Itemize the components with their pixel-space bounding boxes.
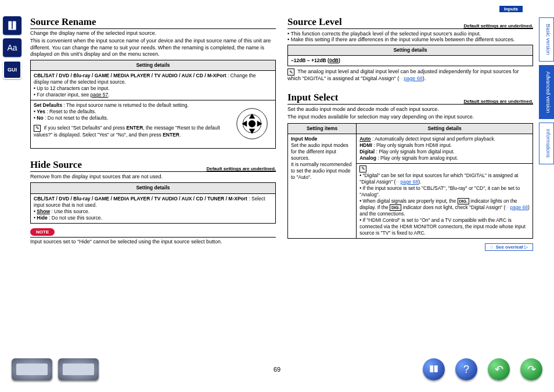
- glossary-icon[interactable]: Aa: [3, 38, 21, 57]
- svg-point-6: [249, 120, 256, 127]
- see-overleaf-link[interactable]: ☞ See overleaf: [485, 243, 533, 251]
- is-th-details: Setting details: [357, 123, 533, 134]
- is-inputmode: Input Mode: [291, 136, 317, 142]
- sl-defnote: Default settings are underlined.: [463, 23, 533, 28]
- page68-link-2[interactable]: page 68: [400, 179, 418, 185]
- source-rename-section: Source Rename Change the display name of…: [30, 16, 276, 149]
- device-front-button[interactable]: [12, 358, 52, 380]
- svg-marker-4: [242, 121, 247, 127]
- sl-tip: The analog input level and digital input…: [287, 69, 519, 81]
- svg-marker-3: [249, 129, 256, 134]
- hs-table: Setting details CBL/SAT / DVD / Blu-ray …: [30, 182, 276, 223]
- page-number: 69: [274, 366, 280, 373]
- input-select-title: Input Select: [287, 92, 338, 104]
- sl-b1: This function corrects the playback leve…: [291, 31, 481, 37]
- page68-link[interactable]: page 68: [404, 75, 423, 81]
- is-n2: If the input source is set to "CBL/SAT",…: [359, 185, 520, 197]
- nav-prev-icon[interactable]: ↶: [488, 358, 510, 380]
- sr-r1c: Up to 12 characters can be input.: [37, 85, 109, 91]
- sr-th: Setting details: [31, 60, 276, 71]
- sr-no-t: : Do not reset to the defaults.: [44, 115, 109, 121]
- svg-marker-5: [257, 121, 262, 127]
- pencil-icon: ✎: [359, 166, 366, 172]
- gui-icon[interactable]: GUI: [3, 60, 21, 79]
- hs-th: Setting details: [31, 183, 276, 193]
- is-digital-t: : Play only signals from digital input.: [375, 149, 454, 154]
- note-pill: NOTE: [30, 228, 55, 236]
- is-n4: If "HDMI Control" is set to "On" and a T…: [359, 217, 526, 236]
- nav-next-icon[interactable]: ↷: [520, 358, 542, 380]
- source-rename-title: Source Rename: [30, 16, 276, 29]
- sl-b2: Make this setting if there are differenc…: [291, 37, 515, 42]
- tab-basic[interactable]: Basic version: [539, 17, 554, 62]
- source-level-section: Source Level Default settings are underl…: [287, 16, 533, 81]
- is-n1: "Digital" can be set for input sources f…: [359, 172, 518, 185]
- tab-info[interactable]: Informations: [539, 123, 554, 164]
- left-column: Source Rename Change the display name of…: [30, 16, 276, 386]
- is-left-desc: Set the audio input modes for the differ…: [291, 142, 351, 180]
- is-intro1: Set the audio input mode and decode mode…: [287, 106, 533, 113]
- hs-note: Input sources set to "Hide" cannot be se…: [30, 237, 276, 245]
- nav-help-icon[interactable]: ?: [455, 358, 477, 380]
- hide-source-section: Hide Source Default settings are underli…: [30, 159, 276, 245]
- is-intro2: The input modes available for selection …: [287, 114, 533, 120]
- sr-r1d: For character input, see: [37, 92, 90, 98]
- tab-advanced[interactable]: Advanced version: [539, 65, 554, 120]
- left-icon-rail: Aa GUI: [0, 0, 24, 392]
- is-defnote: Default settings are underlined.: [463, 99, 533, 104]
- is-hdmi-t: : Play only signals from HDMI input.: [372, 142, 452, 148]
- sr-no: No: [37, 115, 43, 121]
- is-digital: Digital: [359, 149, 375, 154]
- sl-table: Setting details –12dB – +12dB (0dB): [287, 45, 533, 66]
- sr-r2b: : The input source name is returned to t…: [62, 102, 189, 108]
- pencil-icon: ✎: [34, 125, 41, 132]
- hs-show: Show: [37, 208, 50, 214]
- sr-tip: If you select "Set Defaults" and press E…: [34, 125, 220, 138]
- right-tabs: Basic version Advanced version Informati…: [539, 0, 554, 392]
- sl-th: Setting details: [288, 45, 533, 56]
- is-hdmi: HDMI: [359, 142, 372, 148]
- hs-defnote: Default settings are underlined.: [206, 166, 276, 171]
- hs-intro: Remove from the display input sources th…: [30, 174, 276, 180]
- is-analog-t: : Play only signals from analog input.: [376, 155, 458, 161]
- is-analog: Analog: [359, 155, 376, 161]
- hs-hide-t: : Do not use this source.: [48, 215, 102, 221]
- svg-marker-2: [249, 114, 256, 119]
- input-select-section: Input Select Default settings are underl…: [287, 92, 533, 239]
- sr-intro1: Change the display name of the selected …: [30, 30, 276, 37]
- sr-setdef: Set Defaults: [34, 102, 62, 108]
- is-table: Setting items Setting details Input Mode…: [287, 123, 533, 239]
- hs-hide: Hide: [37, 215, 47, 221]
- sr-intro2: This is convenient when the input source…: [30, 38, 276, 57]
- hs-sources: CBL/SAT / DVD / Blu-ray / GAME / MEDIA P…: [34, 196, 247, 202]
- header-section: Inputs: [499, 6, 523, 12]
- source-level-title: Source Level: [287, 16, 342, 28]
- page57-link[interactable]: page 57: [90, 92, 108, 98]
- hide-source-title: Hide Source: [30, 159, 82, 171]
- pencil-icon: ✎: [287, 69, 294, 75]
- is-n3: When digital signals are properly input,…: [359, 198, 530, 217]
- is-th-items: Setting items: [288, 123, 357, 134]
- device-rear-button[interactable]: [58, 358, 99, 380]
- sr-yes-t: : Reset to the defaults.: [45, 109, 96, 114]
- sr-table: Setting details CBL/SAT / DVD / Blu-ray …: [30, 60, 276, 149]
- book-icon[interactable]: [3, 16, 21, 35]
- is-auto-t: : Automatically detect input signal and …: [371, 136, 496, 142]
- dial-icon: [232, 103, 272, 144]
- is-auto: Auto: [359, 136, 370, 142]
- nav-book-icon[interactable]: [423, 358, 445, 380]
- sr-sources: CBL/SAT / DVD / Blu-ray / GAME / MEDIA P…: [34, 73, 226, 78]
- hs-show-t: : Use this source.: [50, 208, 89, 214]
- sr-yes: Yes: [37, 109, 45, 114]
- footer: 69 ? ↶ ↷: [0, 355, 554, 384]
- right-column: Source Level Default settings are underl…: [287, 16, 533, 386]
- page68-link-3[interactable]: page 68: [510, 204, 528, 210]
- sl-range: –12dB – +12dB (0dB): [291, 57, 340, 63]
